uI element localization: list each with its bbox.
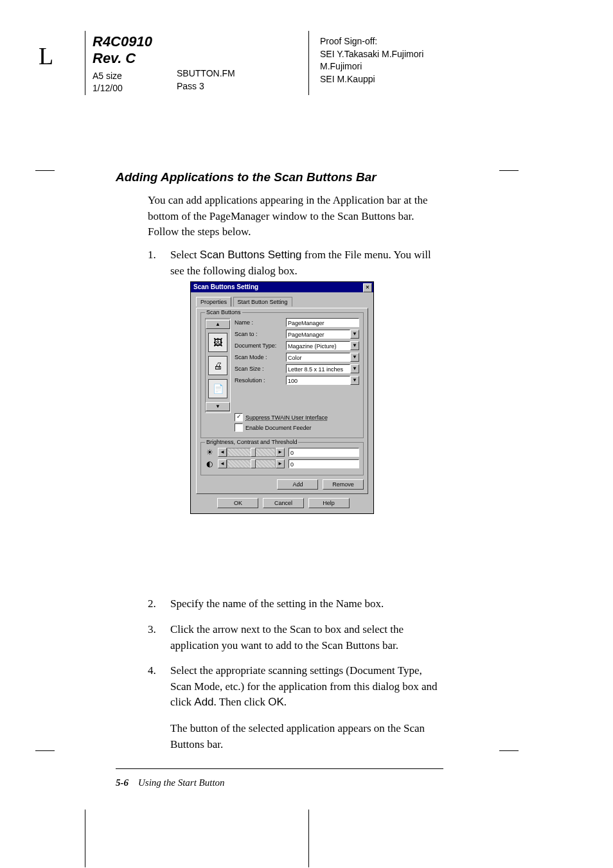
contrast-slider[interactable]: ◄ ► [218, 459, 285, 468]
scanmode-combo[interactable]: Color [286, 353, 350, 362]
header-divider [85, 31, 85, 95]
footer-rule [116, 768, 443, 769]
step-number: 2. [148, 596, 156, 612]
step-4-result: The button of the selected application a… [148, 721, 443, 752]
chapter-title: Using the Start Button [138, 777, 225, 788]
doctype-combo[interactable]: Magazine (Picture) [286, 341, 350, 350]
step-number: 1. [148, 247, 156, 263]
enable-feeder-checkbox[interactable]: Enable Document Feeder [235, 423, 359, 432]
app-icon[interactable]: 🖨 [208, 356, 227, 375]
add-button[interactable]: Add [277, 479, 318, 490]
brightness-slider[interactable]: ◄ ► [218, 448, 285, 457]
ui-term: Add [194, 696, 213, 708]
name-input[interactable]: PageManager [286, 318, 359, 327]
header-divider-2 [308, 31, 309, 95]
contrast-icon: ◐ [205, 459, 214, 468]
scanmode-label: Scan Mode : [235, 354, 286, 360]
doc-id: R4C0910 [93, 33, 152, 50]
slider-thumb[interactable] [251, 448, 256, 457]
scroll-up-icon[interactable]: ▲ [206, 320, 230, 329]
doc-date: 1/12/00 [93, 82, 152, 95]
crop-mark [499, 170, 519, 171]
brightness-icon: ☀ [205, 448, 214, 457]
step-3: 3. Click the arrow next to the Scan to b… [148, 622, 443, 653]
scanto-label: Scan to : [235, 331, 286, 337]
intro-paragraph: You can add applications appearing in th… [148, 193, 437, 240]
tab-start-button-setting[interactable]: Start Button Setting [233, 297, 292, 306]
step-number: 3. [148, 622, 156, 638]
checkbox-icon [235, 423, 243, 432]
step-text: Click the arrow next to the Scan to box … [170, 622, 443, 653]
step-text: . [284, 696, 287, 708]
doc-pass: Pass 3 [177, 80, 235, 93]
scroll-down-icon[interactable]: ▼ [206, 402, 230, 411]
doctype-label: Document Type: [235, 342, 286, 349]
suppress-twain-checkbox[interactable]: ✓Suppress TWAIN User Interface [235, 413, 359, 421]
header-block: R4C0910 Rev. C A5 size 1/12/00 [93, 33, 152, 95]
slider-thumb[interactable] [251, 459, 256, 468]
scansize-label: Scan Size : [235, 366, 286, 372]
resolution-combo[interactable]: 100 [286, 376, 350, 385]
proof-line: SEI M.Kauppi [320, 73, 423, 86]
crop-mark [35, 170, 55, 171]
doc-rev: Rev. C [93, 50, 152, 67]
arrow-right-icon[interactable]: ► [276, 448, 285, 457]
step-text: Select [170, 249, 200, 261]
brightness-value[interactable]: 0 [289, 448, 359, 457]
checkbox-icon: ✓ [235, 413, 243, 421]
group-label: Scan Buttons [205, 309, 242, 315]
arrow-right-icon[interactable]: ► [276, 459, 285, 468]
proof-line: SEI Y.Takasaki M.Fujimori [320, 48, 423, 61]
page-footer: 5-6 Using the Start Button [116, 777, 225, 788]
tab-properties[interactable]: Properties [196, 297, 231, 306]
brightness-group: Brightness, Contrast and Threshold ☀ ◄ ►… [200, 442, 364, 475]
step-2: 2. Specify the name of the setting in th… [148, 596, 443, 612]
name-label: Name : [235, 319, 286, 326]
arrow-left-icon[interactable]: ◄ [218, 459, 227, 468]
arrow-left-icon[interactable]: ◄ [218, 448, 227, 457]
close-icon[interactable]: × [363, 283, 372, 292]
step-4: 4. Select the appropriate scanning setti… [148, 663, 443, 711]
scan-buttons-list[interactable]: ▲ 🖼 🖨 📄 ▼ [205, 318, 231, 413]
chevron-down-icon[interactable]: ▼ [350, 364, 359, 373]
paper-size: A5 size [93, 70, 152, 83]
step-number: 4. [148, 663, 156, 679]
dialog-title-text: Scan Buttons Setting [193, 283, 258, 290]
app-icon[interactable]: 📄 [208, 379, 227, 398]
checkbox-label: Suppress TWAIN User Interface [245, 414, 328, 421]
dialog-titlebar[interactable]: Scan Buttons Setting × [191, 282, 373, 292]
side-letter: L [39, 42, 53, 70]
group-label: Brightness, Contrast and Threshold [205, 439, 298, 445]
crop-mark [35, 750, 55, 751]
scan-buttons-group: Scan Buttons ▲ 🖼 🖨 📄 ▼ Name :PageManager… [200, 312, 364, 438]
tab-strip: Properties Start Button Setting [196, 296, 368, 308]
proof-signoff: Proof Sign-off: SEI Y.Takasaki M.Fujimor… [320, 35, 423, 85]
remove-button[interactable]: Remove [323, 479, 364, 490]
dialog-screenshot: Scan Buttons Setting × Properties Start … [190, 281, 374, 514]
checkbox-label: Enable Document Feeder [245, 425, 312, 431]
step-text: Specify the name of the setting in the N… [170, 596, 443, 612]
doc-file: SBUTTON.FM [177, 67, 235, 80]
resolution-label: Resolution : [235, 377, 286, 384]
scan-buttons-setting-dialog: Scan Buttons Setting × Properties Start … [190, 281, 374, 514]
step-text: . Then click [214, 696, 269, 708]
app-icon[interactable]: 🖼 [208, 333, 227, 352]
ui-term: OK [268, 696, 284, 708]
chevron-down-icon[interactable]: ▼ [350, 341, 359, 350]
contrast-value[interactable]: 0 [289, 459, 359, 468]
footer-divider [308, 810, 309, 867]
cancel-button[interactable]: Cancel [263, 498, 304, 508]
help-button[interactable]: Help [308, 498, 350, 508]
chevron-down-icon[interactable]: ▼ [350, 330, 359, 339]
step-text: The button of the selected application a… [170, 721, 443, 752]
header-col2: SBUTTON.FM Pass 3 [177, 67, 235, 93]
chevron-down-icon[interactable]: ▼ [350, 353, 359, 362]
ok-button[interactable]: OK [217, 498, 258, 508]
step-1: 1. Select Scan Buttons Setting from the … [148, 247, 443, 279]
chevron-down-icon[interactable]: ▼ [350, 376, 359, 385]
section-title: Adding Applications to the Scan Buttons … [116, 170, 377, 184]
scanto-combo[interactable]: PageManager [286, 330, 350, 339]
crop-mark [499, 750, 519, 751]
footer-divider [85, 810, 85, 867]
scansize-combo[interactable]: Letter 8.5 x 11 inches [286, 364, 350, 373]
